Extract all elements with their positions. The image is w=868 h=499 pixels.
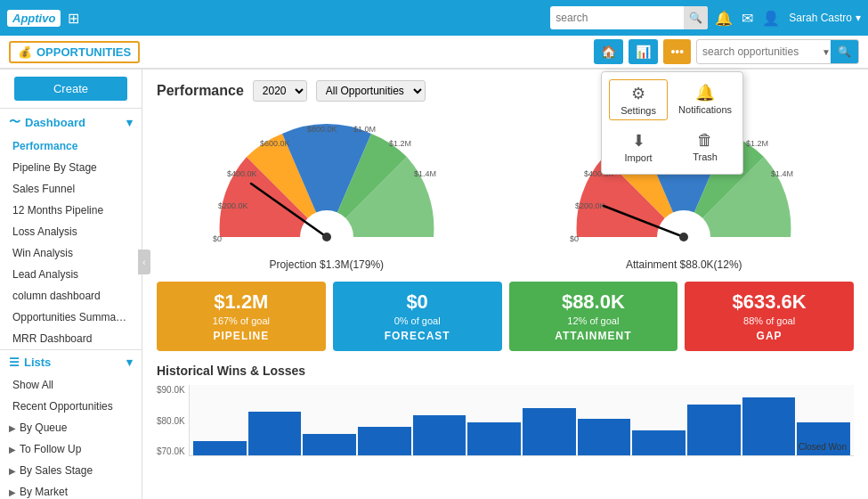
svg-text:$0: $0 — [570, 234, 579, 243]
opportunities-title: 💰 OPPORTUNITIES — [9, 41, 140, 63]
svg-text:$200.0K: $200.0K — [575, 201, 605, 210]
kpi-gap-sub: 88% of goal — [692, 315, 847, 326]
trash-popup-item[interactable]: 🗑 Trash — [675, 127, 735, 167]
sidebar-item-to-follow-up[interactable]: ▶ To Follow Up — [0, 438, 142, 460]
sidebar-dashboard-header[interactable]: 〜 Dashboard ▾ — [0, 109, 142, 135]
chart-bar — [193, 441, 247, 455]
chart-icon-btn[interactable]: 📊 — [629, 39, 658, 64]
kpi-forecast-card: $0 0% of goal FORECAST — [333, 282, 502, 351]
sidebar-item-opp-summary[interactable]: Opportunities Summary Dashboard — [0, 307, 142, 328]
kpi-row: $1.2M 167% of goal PIPELINE $0 0% of goa… — [157, 282, 854, 351]
apps-grid-icon[interactable]: ⊞ — [68, 10, 79, 27]
sidebar-collapse-arrow[interactable]: ‹ — [138, 250, 150, 274]
svg-text:$1.2M: $1.2M — [746, 139, 768, 148]
opp-header-actions: 🏠 📊 ••• ▼ 🔍 — [594, 39, 859, 64]
create-button[interactable]: Create — [14, 77, 127, 101]
kpi-attainment-value: $88.0K — [516, 290, 671, 314]
chart-bar — [303, 434, 356, 455]
kpi-gap-name: GAP — [692, 330, 847, 342]
legend-closed-won-box — [784, 441, 795, 452]
kpi-attainment-name: ATTAINMENT — [516, 330, 671, 342]
lists-icon: ☰ — [9, 356, 20, 369]
svg-text:$600.0K: $600.0K — [260, 139, 290, 148]
sidebar-item-by-queue[interactable]: ▶ By Queue — [0, 417, 142, 438]
sidebar-item-12months[interactable]: 12 Months Pipeline — [0, 200, 142, 221]
top-search-button[interactable]: 🔍 — [684, 6, 708, 29]
expand-icon-3: ▶ — [9, 466, 16, 476]
sidebar-item-mrr[interactable]: MRR Dashboard — [0, 328, 142, 349]
sidebar-item-lead-analysis[interactable]: Lead Analysis — [0, 264, 142, 285]
user-icon[interactable]: 👤 — [762, 10, 780, 27]
money-bag-icon: 💰 — [18, 45, 32, 59]
chart-bar — [687, 405, 741, 455]
content-header: Performance 2020 All Opportunities — [157, 80, 854, 102]
kpi-attainment-card: $88.0K 12% of goal ATTAINMENT — [509, 282, 678, 351]
mail-icon[interactable]: ✉ — [742, 10, 753, 27]
gauges-row: $0 $200.0K $400.0K $600.0K $800.0K $1.0M… — [157, 112, 854, 271]
expand-icon-4: ▶ — [9, 487, 16, 497]
settings-icon: ⚙ — [631, 84, 645, 103]
dashboard-wave-icon: 〜 — [9, 114, 20, 130]
top-nav-icons: 🔔 ✉ 👤 Sarah Castro ▾ — [715, 10, 861, 27]
sidebar-item-by-market[interactable]: ▶ By Market — [0, 481, 142, 499]
kpi-pipeline-card: $1.2M 167% of goal PIPELINE — [157, 282, 326, 351]
chart-bar — [523, 408, 576, 455]
legend-closed-won-label: Closed Won — [799, 442, 847, 452]
sidebar-dashboard-section: 〜 Dashboard ▾ Performance Pipeline By St… — [0, 108, 142, 349]
dropdown-popup: ⚙ Settings 🔔 Notifications ⬇ Import 🗑 Tr… — [601, 71, 743, 175]
opportunities-header: 💰 OPPORTUNITIES 🏠 📊 ••• ▼ 🔍 — [0, 36, 868, 70]
sidebar-item-loss-analysis[interactable]: Loss Analysis — [0, 221, 142, 242]
opp-filter[interactable]: All Opportunities — [316, 80, 426, 102]
lists-chevron-icon: ▾ — [126, 356, 133, 369]
sidebar-item-recent-opp[interactable]: Recent Opportunities — [0, 396, 142, 417]
kpi-pipeline-name: PIPELINE — [164, 330, 319, 342]
kpi-forecast-sub: 0% of goal — [340, 315, 495, 326]
opp-search-button[interactable]: 🔍 — [831, 40, 858, 63]
sidebar-item-performance[interactable]: Performance — [0, 135, 142, 157]
chart-bar — [578, 419, 631, 455]
svg-text:$1.2M: $1.2M — [389, 139, 411, 148]
sidebar-lists-section: ☰ Lists ▾ Show All Recent Opportunities … — [0, 349, 142, 499]
kpi-forecast-value: $0 — [340, 290, 495, 314]
opp-search-dropdown[interactable]: ▼ — [822, 47, 831, 57]
y-label-70: $70.0K — [157, 446, 185, 456]
sidebar-item-show-all[interactable]: Show All — [0, 374, 142, 396]
notifications-popup-item[interactable]: 🔔 Notifications — [675, 79, 735, 120]
chart-legend: Closed Won — [784, 441, 847, 452]
sidebar-lists-header[interactable]: ☰ Lists ▾ — [0, 350, 142, 374]
app-logo: Apptivo — [7, 10, 61, 27]
sidebar-item-pipeline-stage[interactable]: Pipeline By Stage — [0, 157, 142, 178]
import-popup-item[interactable]: ⬇ Import — [609, 127, 668, 167]
trash-icon: 🗑 — [697, 131, 713, 150]
notifications-popup-icon: 🔔 — [695, 83, 715, 102]
svg-text:$800.0K: $800.0K — [307, 125, 337, 134]
svg-text:$1.0M: $1.0M — [353, 125, 376, 134]
chart-bar — [248, 412, 302, 455]
kpi-pipeline-value: $1.2M — [164, 290, 319, 314]
svg-point-2 — [322, 233, 331, 241]
svg-text:$0: $0 — [213, 234, 222, 243]
sidebar-item-by-sales-stage[interactable]: ▶ By Sales Stage — [0, 460, 142, 481]
chart-bar — [358, 427, 411, 456]
sidebar-item-win-analysis[interactable]: Win Analysis — [0, 242, 142, 264]
import-icon: ⬇ — [632, 131, 645, 151]
content-area: Performance 2020 All Opportunities — [142, 70, 868, 499]
page-title: Performance — [157, 83, 244, 99]
svg-text:$1.4M: $1.4M — [771, 169, 793, 178]
chart-bars-area: Closed Won — [189, 385, 854, 456]
kpi-attainment-sub: 12% of goal — [516, 315, 671, 326]
top-search-input[interactable] — [550, 12, 684, 24]
sidebar-item-sales-funnel[interactable]: Sales Funnel — [0, 178, 142, 200]
gauge2-label: Attainment $88.0K(12%) — [559, 258, 808, 271]
settings-popup-item[interactable]: ⚙ Settings — [609, 79, 668, 120]
home-icon-btn[interactable]: 🏠 — [594, 39, 623, 64]
notifications-icon[interactable]: 🔔 — [715, 10, 733, 27]
expand-icon-2: ▶ — [9, 445, 16, 454]
user-name[interactable]: Sarah Castro ▾ — [789, 12, 861, 24]
opp-search-input[interactable] — [697, 45, 822, 58]
year-filter[interactable]: 2020 — [253, 80, 307, 102]
sidebar-item-column-dashboard[interactable]: column dashboard — [0, 285, 142, 307]
kpi-forecast-name: FORECAST — [340, 330, 495, 342]
more-options-btn[interactable]: ••• — [663, 39, 691, 64]
svg-text:$400.0K: $400.0K — [227, 169, 257, 178]
